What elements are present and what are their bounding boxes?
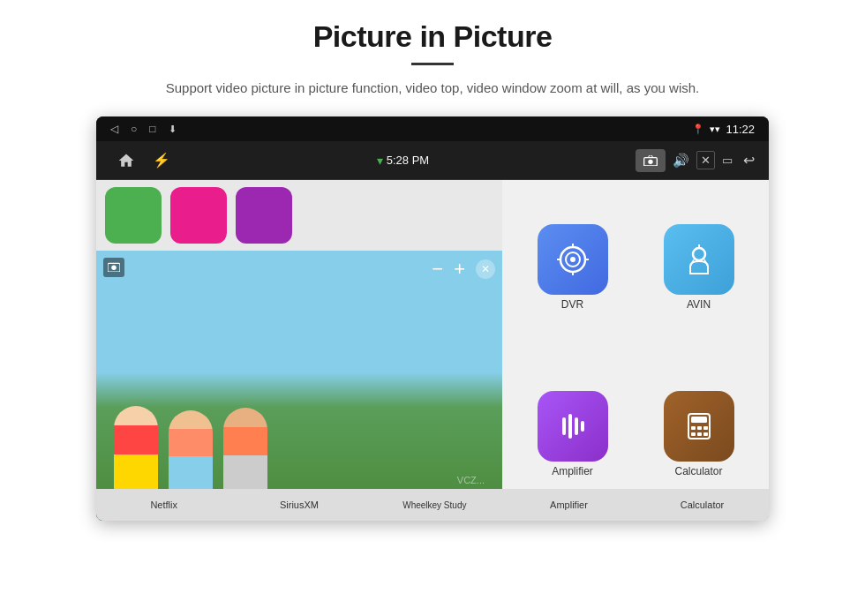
- dvr-icon-box[interactable]: [538, 224, 608, 295]
- svg-rect-12: [568, 414, 572, 439]
- pip-controls-right: − + ✕: [432, 258, 495, 281]
- nav-bar-center: ▾ 5:28 PM: [377, 154, 429, 168]
- status-bar: ◁ ○ □ ⬇ 📍 ▾▾ 11:22: [96, 116, 769, 141]
- person-1: [114, 406, 158, 494]
- app-dvr[interactable]: DVR: [513, 187, 632, 347]
- page-wrapper: Picture in Picture Support video picture…: [0, 0, 865, 616]
- usb-icon: ⚡: [153, 152, 170, 169]
- amplifier-label: Amplifier: [552, 465, 593, 477]
- nav-bar-right: 🔊 ✕ ▭ ↩: [636, 149, 755, 172]
- dvr-label: DVR: [561, 298, 583, 311]
- page-title: Picture in Picture: [313, 19, 553, 54]
- status-bar-nav: ◁ ○ □ ⬇: [110, 123, 177, 135]
- app-placeholder-1[interactable]: [105, 187, 162, 244]
- svg-point-1: [648, 159, 652, 163]
- bottom-label-calculator: Calculator: [636, 489, 769, 521]
- svg-rect-22: [703, 432, 708, 436]
- camera-button[interactable]: [636, 149, 666, 172]
- bottom-label-siriusxm: SiriusXM: [231, 489, 366, 521]
- page-description: Support video picture in picture functio…: [166, 78, 699, 99]
- nav-time: 5:28 PM: [387, 154, 429, 167]
- signal-icon: ▾▾: [710, 124, 720, 135]
- person-3: [223, 408, 267, 494]
- back-nav-icon[interactable]: ◁: [110, 123, 118, 135]
- bottom-label-amplifier: Amplifier: [502, 489, 636, 521]
- bottom-label-wheelkey: Wheelkey Study: [367, 489, 502, 521]
- location-icon: 📍: [692, 124, 704, 135]
- window-button[interactable]: ▭: [722, 154, 733, 167]
- svg-rect-14: [581, 421, 584, 432]
- bottom-label-netflix: Netflix: [96, 489, 231, 521]
- recent-nav-icon[interactable]: □: [149, 123, 155, 135]
- pip-figures: [114, 406, 267, 494]
- app-placeholder-2[interactable]: [170, 187, 227, 244]
- svg-rect-21: [697, 432, 702, 436]
- wifi-icon: ▾: [377, 154, 383, 168]
- video-section: − + ✕ ⏮ ▶ ⏭ VCZ...: [96, 180, 502, 521]
- svg-point-6: [570, 257, 575, 262]
- bottom-app-labels: Netflix SiriusXM Wheelkey Study: [96, 489, 502, 521]
- svg-rect-11: [562, 417, 566, 435]
- home-nav-icon[interactable]: ○: [131, 123, 137, 135]
- app-placeholder-3[interactable]: [236, 187, 292, 244]
- device-frame: ◁ ○ □ ⬇ 📍 ▾▾ 11:22 ⚡ ▾: [96, 116, 769, 521]
- avin-label: AVIN: [687, 298, 711, 311]
- status-bar-right: 📍 ▾▾ 11:22: [692, 123, 755, 136]
- svg-rect-18: [697, 426, 702, 430]
- bottom-right-labels: Amplifier Calculator: [502, 489, 769, 521]
- pip-close-button[interactable]: ✕: [476, 259, 495, 279]
- watermark: VCZ...: [457, 475, 485, 485]
- status-time: 11:22: [726, 123, 755, 136]
- svg-rect-16: [691, 417, 707, 423]
- apps-section: DVR AVIN: [502, 180, 769, 521]
- person-2: [169, 410, 213, 494]
- top-app-row: [96, 180, 502, 251]
- pip-minus-button[interactable]: −: [432, 258, 443, 281]
- pip-window[interactable]: − + ✕ ⏮ ▶ ⏭ VCZ...: [96, 251, 502, 521]
- pip-plus-button[interactable]: +: [454, 258, 465, 281]
- pip-close-icon: ✕: [481, 263, 490, 275]
- svg-rect-17: [691, 426, 696, 430]
- svg-rect-20: [691, 432, 696, 436]
- amplifier-icon-box[interactable]: [538, 391, 608, 462]
- nav-bar: ⚡ ▾ 5:28 PM 🔊 ✕ ▭ ↩: [96, 141, 769, 180]
- svg-point-3: [111, 265, 117, 270]
- calculator-icon-box[interactable]: [664, 391, 734, 462]
- back-button[interactable]: ↩: [743, 152, 755, 169]
- main-area: − + ✕ ⏮ ▶ ⏭ VCZ...: [96, 180, 769, 521]
- svg-point-7: [693, 248, 705, 260]
- pip-camera-icon[interactable]: [103, 258, 124, 277]
- close-button[interactable]: ✕: [696, 151, 715, 169]
- avin-icon-box[interactable]: [664, 224, 734, 295]
- svg-rect-19: [703, 426, 708, 430]
- calculator-label: Calculator: [674, 465, 722, 477]
- pip-controls-left: [103, 258, 124, 277]
- svg-rect-13: [575, 417, 578, 435]
- download-nav-icon: ⬇: [169, 124, 177, 135]
- title-divider: [411, 63, 454, 65]
- volume-button[interactable]: 🔊: [673, 153, 689, 169]
- nav-bar-left: ⚡: [110, 145, 170, 177]
- app-avin[interactable]: AVIN: [639, 187, 758, 347]
- home-button[interactable]: [110, 145, 142, 177]
